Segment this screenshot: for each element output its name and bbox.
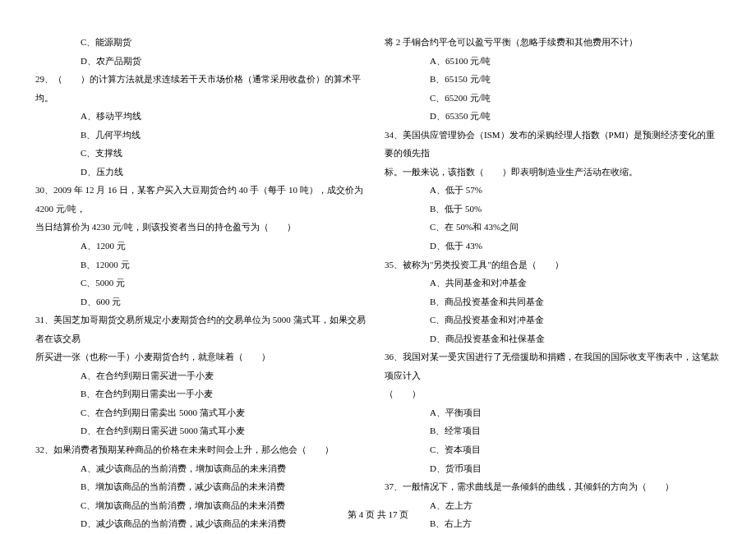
q34-stem-line2: 标。一般来说，该指数（ ）即表明制造业生产活动在收缩。 [385,163,721,182]
right-column: 将 2 手铜合约平仓可以盈亏平衡（忽略手续费和其他费用不计） A、65100 元… [378,33,727,513]
q30-stem-line1: 30、2009 年 12 月 16 日，某客户买入大豆期货合约 40 手（每手 … [35,181,371,218]
q33-option-d: D、65350 元/吨 [385,107,721,126]
q37-stem: 37、一般情况下，需求曲线是一条倾斜的曲线，其倾斜的方向为（ ） [385,477,721,496]
q31-option-d: D、在合约到期日需买进 5000 蒲式耳小麦 [35,421,371,440]
q36-option-a: A、平衡项目 [385,403,721,422]
q33-option-a: A、65100 元/吨 [385,52,721,71]
q29-option-d: D、压力线 [35,163,371,182]
q34-option-d: D、低于 43% [385,237,721,255]
page-footer: 第 4 页 共 17 页 [0,505,756,524]
q36-option-d: D、货币项目 [385,459,721,478]
q33-stem-line3: 将 2 手铜合约平仓可以盈亏平衡（忽略手续费和其他费用不计） [385,33,721,52]
q29-option-a: A、移动平均线 [35,107,371,126]
q31-stem-line2: 所买进一张（也称一手）小麦期货合约，就意味着（ ） [35,348,371,366]
q29-stem: 29、（ ）的计算方法就是求连续若干天市场价格（通常采用收盘价）的算术平均。 [35,70,371,107]
q34-option-c: C、在 50%和 43%之间 [385,218,721,237]
q34-option-a: A、低于 57% [385,181,721,200]
q34-stem-line1: 34、美国供应管理协会（ISM）发布的采购经理人指数（PMI）是预测经济变化的重… [385,126,721,163]
q29-option-b: B、几何平均线 [35,126,371,145]
q34-option-b: B、低于 50% [385,200,721,219]
q30-option-c: C、5000 元 [35,274,371,292]
q28-option-d: D、农产品期货 [35,52,371,71]
q31-option-c: C、在合约到期日需卖出 5000 蒲式耳小麦 [35,403,371,422]
q31-option-b: B、在合约到期日需卖出一手小麦 [35,384,371,403]
q35-option-c: C、商品投资基金和对冲基金 [385,311,721,329]
q32-option-a: A、减少该商品的当前消费，增加该商品的未来消费 [35,459,371,478]
q30-stem-line2: 当日结算价为 4230 元/吨，则该投资者当日的持仓盈亏为（ ） [35,218,371,237]
q36-stem-line1: 36、我国对某一受灾国进行了无偿援助和捐赠，在我国的国际收支平衡表中，这笔款项应… [385,348,721,384]
q30-option-d: D、600 元 [35,292,371,311]
q31-stem-line1: 31、美国芝加哥期货交易所规定小麦期货合约的交易单位为 5000 蒲式耳，如果交… [35,311,371,348]
q32-stem: 32、如果消费者预期某种商品的价格在未来时间会上升，那么他会（ ） [35,440,371,459]
q36-option-b: B、经常项目 [385,421,721,440]
q35-stem: 35、被称为"另类投资工具"的组合是（ ） [385,255,721,274]
q36-option-c: C、资本项目 [385,440,721,459]
q28-option-c: C、能源期货 [35,33,371,52]
q32-option-b: B、增加该商品的当前消费，减少该商品的未来消费 [35,477,371,496]
q35-option-d: D、商品投资基金和社保基金 [385,329,721,348]
q33-option-c: C、65200 元/吨 [385,89,721,108]
q33-option-b: B、65150 元/吨 [385,70,721,89]
left-column: C、能源期货 D、农产品期货 29、（ ）的计算方法就是求连续若干天市场价格（通… [29,33,378,513]
q36-stem-line2: （ ） [385,384,721,403]
q35-option-b: B、商品投资基金和共同基金 [385,292,721,311]
q35-option-a: A、共同基金和对冲基金 [385,274,721,292]
q30-option-a: A、1200 元 [35,237,371,255]
q30-option-b: B、12000 元 [35,255,371,274]
q31-option-a: A、在合约到期日需买进一手小麦 [35,366,371,385]
q29-option-c: C、支撑线 [35,144,371,163]
